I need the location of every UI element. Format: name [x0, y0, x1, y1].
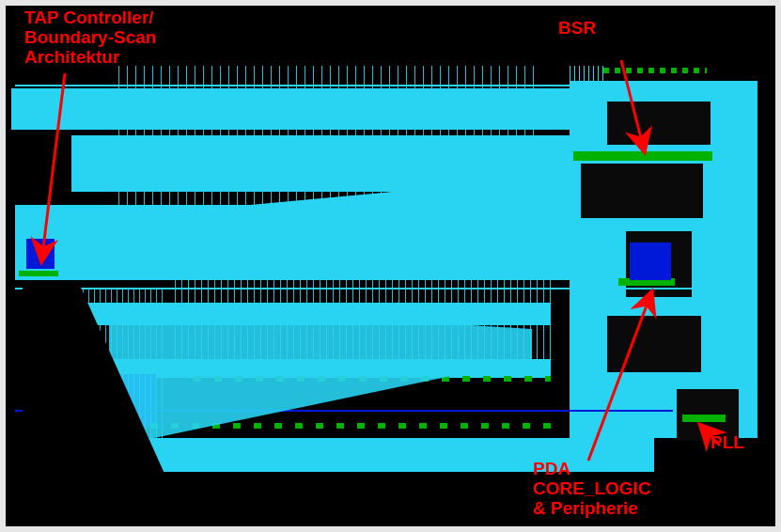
label-bsr: BSR [558, 19, 596, 39]
arrow-layer [6, 6, 775, 526]
arrow-bsr [621, 60, 645, 153]
arrow-pda [588, 290, 652, 461]
label-pll: PLL [711, 433, 744, 453]
arrow-tap [41, 73, 65, 263]
label-pda: PDA CORE_LOGIC & Peripherie [533, 460, 651, 519]
floorplan-stage: TAP Controller/ Boundary-Scan Architektu… [6, 6, 775, 526]
label-tap: TAP Controller/ Boundary-Scan Architektu… [24, 8, 156, 68]
